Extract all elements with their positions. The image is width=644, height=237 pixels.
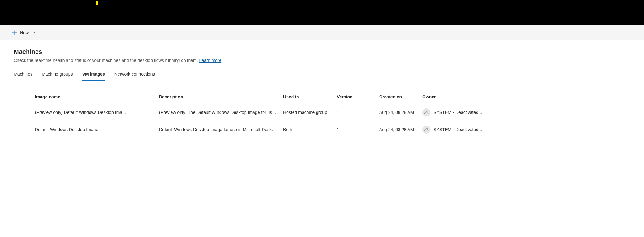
page-content: Machines Check the real-time health and … (0, 40, 644, 138)
cell-description: (Preview only) The Default Windows Deskt… (156, 104, 280, 121)
top-bar (0, 0, 644, 25)
chevron-down-icon (32, 31, 36, 35)
cell-owner: SYSTEM - Deactivated... (419, 121, 630, 138)
svg-point-0 (425, 111, 426, 112)
tab-machine-groups[interactable]: Machine groups (42, 70, 73, 81)
table-row[interactable]: (Preview only) Default Windows Desktop I… (14, 104, 630, 121)
plus-icon (12, 30, 17, 35)
col-used-in[interactable]: Used in (280, 90, 334, 104)
command-bar: New (0, 25, 644, 40)
svg-point-3 (427, 129, 428, 130)
col-image-name[interactable]: Image name (32, 90, 156, 104)
yellow-indicator (96, 1, 98, 5)
cell-description: Default Windows Desktop Image for use in… (156, 121, 280, 138)
cell-owner-text: SYSTEM - Deactivated... (433, 127, 482, 132)
tab-vm-images[interactable]: VM images (82, 70, 105, 81)
cell-image-name[interactable]: Default Windows Desktop Image (32, 121, 156, 138)
svg-point-2 (425, 128, 426, 129)
cell-version: 1 (334, 121, 376, 138)
new-button[interactable]: New (12, 30, 36, 35)
new-button-label: New (20, 30, 29, 35)
col-version[interactable]: Version (334, 90, 376, 104)
learn-more-link[interactable]: Learn more (199, 58, 222, 63)
cell-image-name[interactable]: (Preview only) Default Windows Desktop I… (32, 104, 156, 121)
cell-owner-text: SYSTEM - Deactivated... (433, 110, 482, 115)
vm-images-table: Image name Description Used in Version C… (14, 90, 630, 138)
table-header-row: Image name Description Used in Version C… (14, 90, 630, 104)
tab-network-connections[interactable]: Network connections (114, 70, 155, 81)
cell-spacer (14, 104, 32, 121)
page-description-text: Check the real-time health and status of… (14, 58, 199, 63)
col-created-on[interactable]: Created on (376, 90, 419, 104)
table-row[interactable]: Default Windows Desktop Image Default Wi… (14, 121, 630, 138)
cell-used-in: Hosted machine group (280, 104, 334, 121)
page-description: Check the real-time health and status of… (14, 58, 630, 63)
cell-owner: SYSTEM - Deactivated... (419, 104, 630, 121)
col-owner[interactable]: Owner (419, 90, 630, 104)
page-title: Machines (14, 48, 630, 55)
tab-machines[interactable]: Machines (14, 70, 32, 81)
cell-version: 1 (334, 104, 376, 121)
col-spacer (14, 90, 32, 104)
owner-avatar-icon (422, 126, 430, 134)
owner-avatar-icon (422, 108, 430, 116)
tabs: Machines Machine groups VM images Networ… (14, 70, 630, 81)
cell-created-on: Aug 24, 08:28 AM (376, 104, 419, 121)
cell-used-in: Both (280, 121, 334, 138)
cell-created-on: Aug 24, 08:28 AM (376, 121, 419, 138)
svg-point-1 (427, 111, 428, 112)
col-description[interactable]: Description (156, 90, 280, 104)
cell-spacer (14, 121, 32, 138)
